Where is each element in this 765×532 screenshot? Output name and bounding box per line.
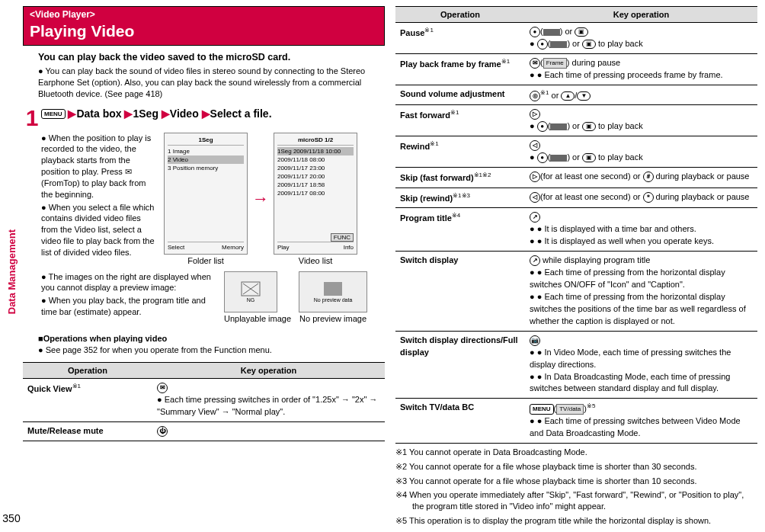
broken-image-icon bbox=[240, 280, 261, 297]
footnote: ※5 This operation is to display the prog… bbox=[395, 515, 757, 527]
step-1: 1 MENU ▶Data box ▶1Seg ▶Video ▶Select a … bbox=[23, 107, 385, 130]
no-preview-icon bbox=[322, 280, 344, 297]
footnote: ※2 You cannot operate for a file whose p… bbox=[395, 461, 757, 473]
table-row: Program title※4 ↗● It is displayed with … bbox=[395, 208, 757, 252]
table-row: Rewind※1 ◁●() or ▣ to play back bbox=[395, 136, 757, 168]
table-row: Quick View※1 ✉ Each time pressing switch… bbox=[23, 379, 385, 422]
table-header-operation: Operation bbox=[395, 7, 525, 23]
svg-rect-3 bbox=[324, 282, 342, 296]
page-number: 350 bbox=[2, 512, 20, 524]
right-key-icon: ▷ bbox=[530, 171, 540, 182]
step-instruction: MENU ▶Data box ▶1Seg ▶Video ▶Select a fi… bbox=[41, 107, 272, 122]
footnote: ※4 When you operate immediately after "S… bbox=[395, 489, 757, 512]
chevron-right-icon: ▶ bbox=[124, 107, 133, 120]
chevron-right-icon: ▶ bbox=[202, 107, 210, 120]
left-column: <Video Player> Playing Video You can pla… bbox=[23, 6, 385, 526]
up-key-icon: ▲ bbox=[561, 91, 575, 101]
mail-key-icon: ✉ bbox=[157, 383, 168, 393]
table-row: Mute/Release mute ⏻ bbox=[23, 422, 385, 441]
menu-key-icon: MENU bbox=[530, 404, 554, 415]
no-preview-image-icon: No preview data No preview image bbox=[299, 271, 367, 323]
side-key-icon: ▣ bbox=[575, 27, 588, 37]
operations-table-right: Operation Key operation Pause※1 ●() or ▣… bbox=[395, 6, 757, 444]
chevron-right-icon: ▶ bbox=[68, 107, 76, 120]
footnote: ※1 You cannot operate in Data Broadcasti… bbox=[395, 447, 757, 458]
chevron-right-icon: ▶ bbox=[162, 107, 170, 120]
intro-text: You can play back the video saved to the… bbox=[38, 52, 385, 62]
step-detail-text: When the position to play is recorded to… bbox=[41, 133, 159, 260]
folder-list-caption: Folder list bbox=[164, 256, 248, 265]
left-key-icon: ◁ bbox=[530, 140, 540, 151]
table-row: Skip (rewind)※1※3 ◁(for at least one sec… bbox=[395, 187, 757, 208]
video-list-screenshot: microSD 1/2 1Seg 2009/11/18 10:00 2009/1… bbox=[274, 133, 357, 265]
intro-bullet: You can play back the sound of video fil… bbox=[38, 66, 385, 100]
table-row: Pause※1 ●() or ▣●() or ▣ to play back bbox=[395, 23, 757, 54]
camera-key-icon: 📷 bbox=[530, 335, 540, 346]
multi-key-icon: ◎ bbox=[530, 91, 540, 101]
center-key-icon: ● bbox=[530, 27, 540, 37]
operations-heading: ■Operations when playing video bbox=[38, 334, 385, 343]
sidebar-section-label: Data Management bbox=[6, 229, 18, 314]
mail-key-icon: ✉ bbox=[530, 58, 540, 69]
hash-key-icon: ＃ bbox=[643, 171, 654, 182]
step-number: 1 bbox=[23, 107, 41, 130]
table-header-key: Key operation bbox=[525, 7, 757, 23]
right-column: Operation Key operation Pause※1 ●() or ▣… bbox=[395, 6, 757, 526]
table-row: Switch TV/data BC MENU(TV/data)※5● Each … bbox=[395, 399, 757, 443]
left-key-icon: ◁ bbox=[530, 192, 540, 203]
video-list-caption: Video list bbox=[274, 256, 357, 265]
table-header-operation: Operation bbox=[23, 363, 152, 379]
operations-note: See page 352 for when you operate from t… bbox=[38, 345, 385, 356]
menu-key-icon: MENU bbox=[41, 109, 66, 119]
down-key-icon: ▼ bbox=[577, 91, 591, 101]
operations-table-left: Operation Key operation Quick View※1 ✉ E… bbox=[23, 362, 385, 441]
table-row: Play back frame by frame※1 ✉(Frame) duri… bbox=[395, 53, 757, 85]
table-row: Switch display directions/Full display 📷… bbox=[395, 331, 757, 399]
power-key-icon: ⏻ bbox=[157, 426, 168, 437]
header-kicker: <Video Player> bbox=[24, 7, 384, 22]
unplayable-image-icon: NG Unplayable image bbox=[224, 271, 291, 323]
right-key-icon: ▷ bbox=[530, 109, 540, 120]
table-row: Fast forward※1 ▷●() or ▣ to play back bbox=[395, 105, 757, 136]
table-header-key: Key operation bbox=[152, 363, 385, 379]
star-key-icon: ＊ bbox=[643, 192, 654, 203]
sidebar: Data Management 350 bbox=[0, 0, 23, 532]
table-row: Skip (fast forward)※1※2 ▷(for at least o… bbox=[395, 168, 757, 188]
table-row: Sound volume adjustment ◎※1 or ▲/▼ bbox=[395, 85, 757, 105]
call-key-icon: ↗ bbox=[530, 212, 540, 223]
header-title: Playing Video bbox=[24, 22, 384, 45]
section-header: <Video Player> Playing Video bbox=[23, 6, 385, 46]
table-row: Switch display ↗ while displaying progra… bbox=[395, 252, 757, 332]
arrow-right-icon: → bbox=[252, 189, 269, 209]
folder-list-screenshot: 1Seg 1 Image 2 Video 3 Position memory S… bbox=[164, 133, 248, 265]
footnote: ※3 You cannot operate for a file whose p… bbox=[395, 476, 757, 487]
call-key-icon: ↗ bbox=[530, 255, 540, 266]
